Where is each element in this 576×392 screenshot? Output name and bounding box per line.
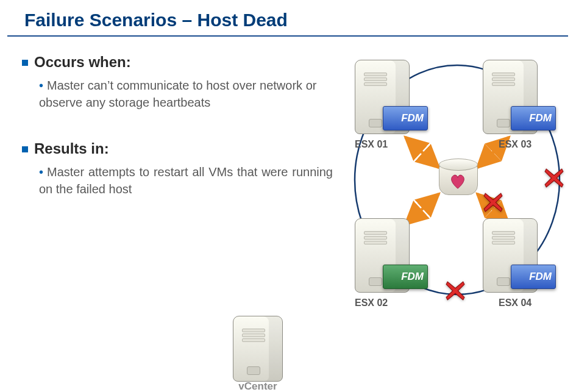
square-bullet-icon [22,146,28,152]
fdm-label: FDM [401,271,424,283]
occurs-item-text: Master can’t communicate to host over ne… [39,79,316,109]
fdm-badge: FDM [511,265,556,289]
dot-bullet-icon: • [39,165,43,179]
text-content: Occurs when: •Master can’t communicate t… [22,50,333,215]
results-item-text: Master attempts to restart all VMs that … [39,165,333,196]
host-label-esx01: ESX 01 [355,139,388,150]
results-item: •Master attempts to restart all VMs that… [39,163,333,198]
host-esx03: FDM [482,55,542,134]
red-x-icon [544,168,564,188]
host-label-esx03: ESX 03 [499,139,532,150]
fdm-badge: FDM [511,106,556,130]
red-x-icon [483,192,503,213]
svg-line-1 [405,137,439,168]
server-icon [233,316,283,382]
dot-bullet-icon: • [39,79,43,92]
vcenter-label: vCenter [224,380,291,392]
heartbeat-datastore [439,159,477,198]
page-title: Failure Scenarios – Host Dead [24,10,288,30]
host-esx01: FDM [354,55,414,134]
occurs-heading-text: Occurs when: [34,54,131,70]
title-divider [7,35,568,37]
slide: Failure Scenarios – Host Dead Occurs whe… [0,0,576,392]
fdm-label: FDM [529,112,552,124]
host-esx02: FDM [354,213,414,293]
square-bullet-icon [22,60,28,66]
fdm-label: FDM [401,112,424,124]
fdm-badge: FDM [383,265,428,289]
fdm-label: FDM [529,271,552,283]
red-x-icon [445,280,466,301]
occurs-item: •Master can’t communicate to host over n… [39,77,333,111]
results-heading-text: Results in: [34,140,109,157]
heart-icon [449,172,467,190]
host-label-esx04: ESX 04 [499,298,532,308]
section-heading-occurs: Occurs when: [22,54,333,71]
vcenter-server [232,311,293,390]
host-esx04: FDM [482,213,542,293]
cylinder-lid-icon [439,159,478,171]
section-heading-results: Results in: [22,140,333,157]
host-label-esx02: ESX 02 [355,298,388,308]
fdm-badge: FDM [383,106,428,130]
